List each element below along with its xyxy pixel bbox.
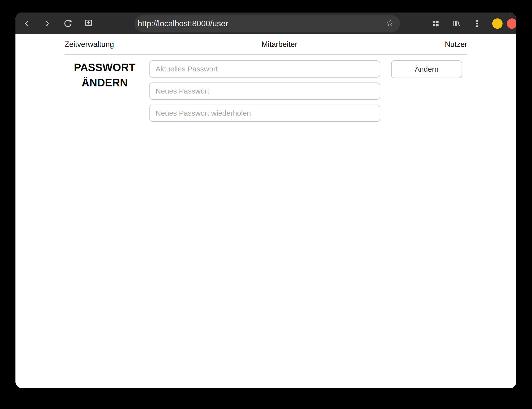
kebab-menu-icon [473,19,481,28]
reload-button[interactable] [63,18,73,29]
new-tab-icon [84,19,93,28]
forward-button[interactable] [42,18,53,29]
library-button[interactable] [451,18,462,29]
menu-button[interactable] [472,18,482,29]
main-nav: Zeitverwaltung Mitarbeiter Nutzer [65,34,467,55]
nav-item-zeitverwaltung[interactable]: Zeitverwaltung [65,40,114,49]
current-password-input[interactable] [149,60,380,78]
new-password-input[interactable] [149,82,380,100]
submit-column: Ändern [386,55,467,127]
section-heading-column: PASSWORT ÄNDERN [65,55,145,127]
browser-toolbar: ☆ [15,13,516,34]
back-chevron-icon [22,19,31,28]
password-change-section: PASSWORT ÄNDERN Ändern [65,55,467,127]
extensions-button[interactable] [430,18,441,29]
section-title-line2: ÄNDERN [65,75,145,90]
url-bar[interactable]: ☆ [134,15,400,32]
extensions-grid-icon [431,19,440,28]
nav-item-mitarbeiter[interactable]: Mitarbeiter [261,40,297,49]
bookmark-button[interactable]: ☆ [385,18,396,29]
url-input[interactable] [138,19,385,28]
content-container: Zeitverwaltung Mitarbeiter Nutzer PASSWO… [65,34,467,127]
bookmark-star-icon: ☆ [386,17,395,28]
reload-icon [63,19,73,28]
forward-chevron-icon [43,19,52,28]
page-content: Zeitverwaltung Mitarbeiter Nutzer PASSWO… [15,34,516,388]
password-fields-column [145,55,386,127]
nav-item-nutzer[interactable]: Nutzer [445,40,467,49]
section-title: PASSWORT ÄNDERN [65,60,145,90]
repeat-new-password-input[interactable] [149,105,380,122]
close-window-button[interactable] [507,18,516,29]
change-password-button[interactable]: Ändern [391,60,462,78]
minimize-window-button[interactable] [492,18,503,29]
window-controls [492,18,516,29]
back-button[interactable] [21,18,32,29]
library-icon [452,19,461,28]
browser-window: ☆ [15,13,516,388]
new-tab-button[interactable] [83,18,94,29]
section-title-line1: PASSWORT [65,60,145,75]
